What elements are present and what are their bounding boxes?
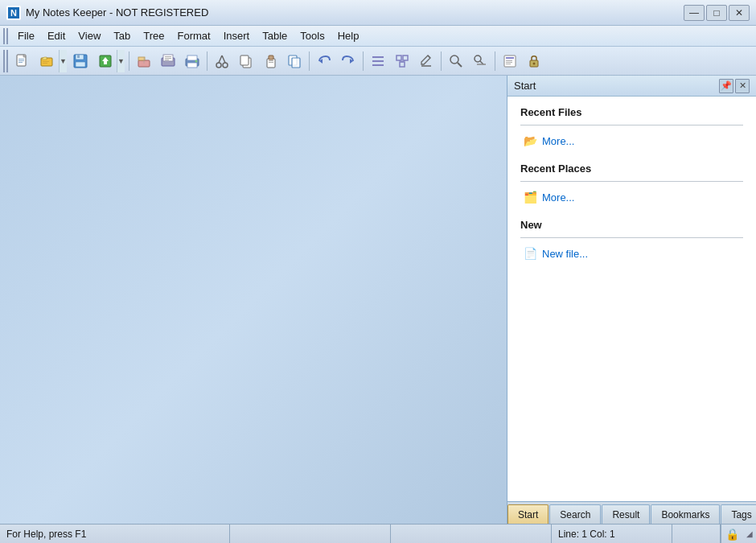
status-bar: For Help, press F1 Line: 1 Col: 1 🔒 ◢ [0,524,756,543]
menu-edit[interactable]: Edit [41,28,72,43]
svg-rect-40 [372,56,384,58]
title-left: N My Notes Keeper - NOT REGISTERED [6,6,208,20]
svg-rect-32 [267,59,275,68]
title-text: My Notes Keeper - NOT REGISTERED [26,6,208,19]
toc-button[interactable] [499,50,521,72]
open-dropdown[interactable]: ▼ [35,49,68,73]
strip-button[interactable] [367,50,389,72]
edit-button[interactable] [415,50,438,72]
recent-places-divider [520,181,743,182]
svg-rect-58 [506,64,511,64]
folder-places-icon: 🗂️ [524,191,537,204]
tab-tags[interactable]: Tags [721,504,756,524]
undo-button[interactable] [313,50,335,72]
panel-header: Start 📌 ✕ [507,76,756,97]
svg-rect-45 [400,62,405,67]
status-help: For Help, press F1 [0,524,230,543]
panel-close-button[interactable]: ✕ [735,79,750,93]
toolbar-sep-5 [441,51,442,71]
menu-insert[interactable]: Insert [217,28,257,43]
new-section: New 📄 New file... [520,219,743,262]
new-section-divider [520,237,743,238]
copy-button[interactable] [235,50,257,72]
lock-icon: 🔒 [721,524,743,544]
menu-tab[interactable]: Tab [107,28,137,43]
svg-rect-35 [269,62,273,63]
menu-file[interactable]: File [11,28,41,43]
svg-rect-42 [372,64,384,66]
panel-pin-button[interactable]: 📌 [719,79,733,93]
svg-point-25 [195,60,198,62]
menu-format[interactable]: Format [171,28,217,43]
recent-places-section: Recent Places 🗂️ More... [520,162,743,206]
tab-search[interactable]: Search [549,504,601,524]
minimize-button[interactable]: — [684,5,705,21]
svg-rect-33 [269,56,273,60]
svg-rect-37 [292,58,300,68]
paste-button[interactable] [259,50,281,72]
maximize-button[interactable]: □ [706,5,727,21]
new-section-heading: New [520,219,743,231]
panel-content: Recent Files 📂 More... Recent Places 🗂️ … [507,97,756,501]
svg-rect-24 [187,63,197,68]
new-button[interactable] [11,50,34,72]
import-button[interactable] [94,50,117,72]
tab-result[interactable]: Result [602,504,650,524]
save-button[interactable] [69,50,92,72]
toolbar: ▼ ▼ [0,47,756,76]
clone-button[interactable] [283,50,306,72]
title-bar: N My Notes Keeper - NOT REGISTERED — □ ✕ [0,0,756,26]
redo-button[interactable] [337,50,360,72]
open-button[interactable] [36,50,59,72]
replace-button[interactable] [469,50,491,72]
menu-help[interactable]: Help [331,28,366,43]
print-button[interactable] [181,50,203,72]
recent-places-more[interactable]: 🗂️ More... [520,188,743,206]
svg-point-26 [216,63,221,68]
toolbar-grip [3,50,8,72]
menu-tools[interactable]: Tools [294,28,331,43]
title-controls: — □ ✕ [684,5,750,21]
import-dropdown[interactable]: ▼ [93,49,125,73]
toolbar-sep-4 [363,51,364,71]
eraser-button[interactable] [133,50,155,72]
new-file-item[interactable]: 📄 New file... [520,245,743,262]
close-button[interactable]: ✕ [729,5,750,21]
menu-bar: File Edit View Tab Tree Format Insert Ta… [0,26,756,47]
new-file-label: New file... [542,248,588,260]
merge-button[interactable] [391,50,413,72]
recent-files-heading: Recent Files [520,106,743,118]
left-panel [0,76,507,524]
menu-view[interactable]: View [72,28,107,43]
panel-controls: 📌 ✕ [719,79,750,93]
recent-places-more-label: More... [542,191,574,204]
import-dropdown-arrow[interactable]: ▼ [117,50,125,72]
status-empty2 [391,524,552,543]
svg-rect-6 [43,61,49,62]
svg-rect-10 [77,55,80,58]
search-button[interactable] [445,50,467,72]
encrypt-button[interactable] [523,50,545,72]
toolbar-sep-3 [309,51,310,71]
svg-rect-41 [372,60,384,62]
cut-button[interactable] [211,50,233,72]
svg-rect-34 [269,60,273,61]
open-dropdown-arrow[interactable]: ▼ [59,50,67,72]
folder-open-icon: 📂 [524,134,537,147]
svg-rect-2 [18,59,24,60]
tab-start[interactable]: Start [507,504,549,524]
recent-files-more[interactable]: 📂 More... [520,132,743,150]
toolbar-sep-1 [129,51,129,71]
svg-line-29 [222,56,225,63]
menu-table[interactable]: Table [256,28,294,43]
svg-rect-11 [76,62,85,67]
svg-rect-44 [403,56,408,60]
recent-files-more-label: More... [542,135,574,147]
print-preview-button[interactable] [157,50,179,72]
svg-point-60 [533,62,536,64]
svg-rect-57 [506,62,512,63]
svg-rect-55 [506,57,514,59]
svg-rect-20 [165,58,171,59]
menu-tree[interactable]: Tree [137,28,171,43]
tab-bookmarks[interactable]: Bookmarks [651,504,720,524]
